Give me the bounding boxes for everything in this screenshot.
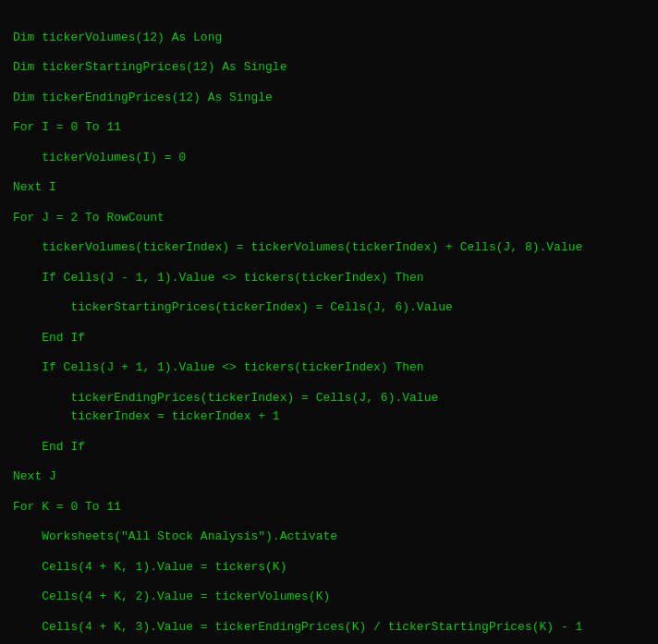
code-line: Dim tickerEndingPrices(12) As Single [13,89,645,108]
code-line: tickerVolumes(I) = 0 [13,149,645,168]
code-line: tickerStartingPrices(tickerIndex) = Cell… [13,298,645,318]
code-line: tickerEndingPrices(tickerIndex) = Cells(… [13,389,645,408]
code-line: Cells(4 + K, 3).Value = tickerEndingPric… [13,618,645,638]
code-line: Next I [13,178,645,198]
code-line: Cells(4 + K, 2).Value = tickerVolumes(K) [13,588,645,607]
code-line: Next J [13,468,645,487]
code-line: If Cells(J - 1, 1).Value <> tickers(tick… [13,269,645,288]
code-line: Cells(4 + K, 1).Value = tickers(K) [13,558,645,577]
code-line: For J = 2 To RowCount [13,209,645,228]
code-line: End If [13,329,645,348]
code-line: Dim tickerStartingPrices(12) As Single [13,58,645,78]
code-editor: Dim tickerVolumes(12) As LongDim tickerS… [13,9,645,644]
code-line: tickerVolumes(tickerIndex) = tickerVolum… [13,238,645,258]
code-line: For K = 0 To 11 [13,498,645,517]
code-line: tickerIndex = tickerIndex + 1 [13,407,645,427]
code-line: End If [13,438,645,457]
code-line: Dim tickerVolumes(12) As Long [13,29,645,48]
code-line: For I = 0 To 11 [13,118,645,138]
code-line: If Cells(J + 1, 1).Value <> tickers(tick… [13,358,645,378]
code-line: Worksheets("All Stock Analysis").Activat… [13,528,645,547]
